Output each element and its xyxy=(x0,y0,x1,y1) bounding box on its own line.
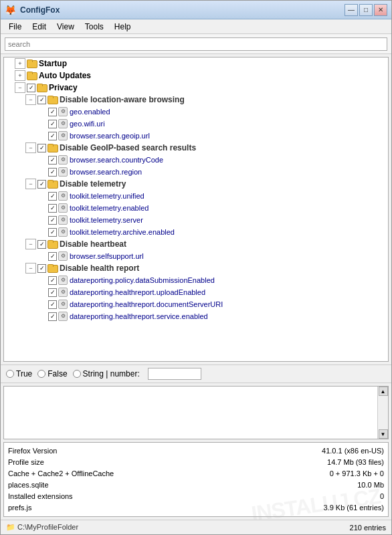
tree-item-dr-upload[interactable]: ⚙ datareporting.healthreport.uploadEnabl… xyxy=(4,286,388,298)
label-region: browser.search.region xyxy=(70,167,142,177)
tree-item-country-code[interactable]: ⚙ browser.search.countryCode xyxy=(4,154,388,166)
tree-item-location[interactable]: − Disable location-aware browsing xyxy=(4,94,388,106)
pref-icon-region: ⚙ xyxy=(58,167,68,177)
menu-view[interactable]: View xyxy=(52,21,80,33)
string-value-input[interactable] xyxy=(148,368,201,380)
tree-panel[interactable]: + Startup + Auto Updates − Privacy xyxy=(3,57,389,362)
info-row-profile: Profile size 14.7 Mb (93 files) xyxy=(8,457,384,468)
checkbox-tel-enabled[interactable] xyxy=(48,204,57,213)
tree-item-tel-unified[interactable]: ⚙ toolkit.telemetry.unified xyxy=(4,190,388,202)
tree-item-dr-docserver[interactable]: ⚙ datareporting.healthreport.documentSer… xyxy=(4,298,388,310)
radio-string[interactable]: String | number: xyxy=(73,369,140,379)
expander-location[interactable]: − xyxy=(25,94,36,105)
checkbox-geo-enabled[interactable] xyxy=(48,108,57,116)
minimize-button[interactable]: — xyxy=(345,4,358,16)
radio-true-circle[interactable] xyxy=(6,370,14,378)
label-dr-service: datareporting.healthreport.service.enabl… xyxy=(70,311,208,322)
radio-false-circle[interactable] xyxy=(37,370,45,378)
tree-item-dr-service[interactable]: ⚙ datareporting.healthreport.service.ena… xyxy=(4,310,388,322)
pref-icon-browser-geoip: ⚙ xyxy=(58,131,68,140)
checkbox-dr-service[interactable] xyxy=(48,312,57,321)
expander-leaf xyxy=(36,106,47,117)
expander-startup[interactable]: + xyxy=(15,58,25,69)
status-path-text: C:\MyProfileFolder xyxy=(17,523,78,531)
tree-item-startup[interactable]: + Startup xyxy=(4,58,388,70)
tree-item-heartbeat[interactable]: − Disable heartbeat xyxy=(4,238,388,250)
value-firefox-version: 41.0.1 (x86 en-US) xyxy=(322,445,384,457)
search-input[interactable] xyxy=(5,37,387,51)
pref-icon-tel-unified: ⚙ xyxy=(58,191,68,201)
label-country-code: browser.search.countryCode xyxy=(70,154,163,165)
checkbox-tel-unified[interactable] xyxy=(48,192,57,201)
tree-item-dr-policy[interactable]: ⚙ datareporting.policy.dataSubmissionEna… xyxy=(4,274,388,286)
tree-item-selfsupport[interactable]: ⚙ browser.selfsupport.url xyxy=(4,250,388,262)
tree-item-privacy[interactable]: − Privacy xyxy=(4,82,388,94)
checkbox-telemetry[interactable] xyxy=(37,180,46,189)
pref-icon-dr-policy: ⚙ xyxy=(58,276,68,285)
tree-item-tel-archive[interactable]: ⚙ toolkit.telemetry.archive.enabled xyxy=(4,226,388,238)
folder-icon-privacy xyxy=(37,83,47,92)
checkbox-dr-docserver[interactable] xyxy=(48,300,57,309)
label-privacy: Privacy xyxy=(49,82,78,93)
checkbox-browser-geoip[interactable] xyxy=(48,132,57,140)
label-extensions: Installed extensions xyxy=(8,491,73,502)
tree-item-autoupdates[interactable]: + Auto Updates xyxy=(4,70,388,82)
checkbox-heartbeat[interactable] xyxy=(37,240,46,249)
tree-item-geoip-search[interactable]: − Disable GeoIP-based search results xyxy=(4,142,388,154)
tree-item-browser-geoip[interactable]: ⚙ browser.search.geoip.url xyxy=(4,130,388,142)
checkbox-country-code[interactable] xyxy=(48,156,57,165)
folder-icon-telemetry xyxy=(47,179,58,189)
pref-icon: ⚙ xyxy=(58,107,68,116)
expander-geoip-search[interactable]: − xyxy=(25,142,36,153)
tree-item-region[interactable]: ⚙ browser.search.region xyxy=(4,166,388,178)
checkbox-tel-server[interactable] xyxy=(48,216,57,225)
tree-item-tel-server[interactable]: ⚙ toolkit.telemetry.server xyxy=(4,214,388,226)
preview-area: ▲ ▼ xyxy=(3,386,389,439)
pref-icon-dr-docserver: ⚙ xyxy=(58,300,68,309)
label-prefs: prefs.js xyxy=(8,502,31,514)
title-bar: 🦊 ConfigFox — □ ✕ xyxy=(1,1,391,19)
scroll-down-button[interactable]: ▼ xyxy=(379,429,388,439)
label-geoip-search: Disable GeoIP-based search results xyxy=(60,142,196,153)
label-dr-docserver: datareporting.healthreport.documentServe… xyxy=(70,299,223,310)
label-tel-enabled: toolkit.telemetry.enabled xyxy=(70,203,149,213)
expander-health-report[interactable]: − xyxy=(25,263,36,274)
tree-item-telemetry[interactable]: − Disable telemetry xyxy=(4,178,388,190)
checkbox-location[interactable] xyxy=(37,96,46,104)
radio-true[interactable]: True xyxy=(6,369,32,379)
label-cache: Cache + Cache2 + OfflineCache xyxy=(8,468,114,479)
menu-tools[interactable]: Tools xyxy=(80,21,109,33)
checkbox-dr-policy[interactable] xyxy=(48,276,57,285)
tree-item-health-report[interactable]: − Disable health report xyxy=(4,262,388,274)
scroll-up-button[interactable]: ▲ xyxy=(379,387,388,396)
maximize-button[interactable]: □ xyxy=(359,4,373,16)
expander-privacy[interactable]: − xyxy=(15,82,25,93)
tree-item-geo-wifi[interactable]: ⚙ geo.wifi.uri xyxy=(4,118,388,130)
tree-item-tel-enabled[interactable]: ⚙ toolkit.telemetry.enabled xyxy=(4,202,388,214)
preview-scrollbar[interactable]: ▲ ▼ xyxy=(377,387,388,439)
folder-icon-heartbeat xyxy=(47,239,58,249)
bottom-panel: True False String | number: ▲ xyxy=(1,364,391,520)
checkbox-dr-upload[interactable] xyxy=(48,288,57,297)
menu-help[interactable]: Help xyxy=(109,21,136,33)
label-profile-size: Profile size xyxy=(8,457,44,468)
checkbox-region[interactable] xyxy=(48,168,57,177)
tree-item-geo-enabled[interactable]: ⚙ geo.enabled xyxy=(4,106,388,118)
checkbox-health-report[interactable] xyxy=(37,264,46,273)
checkbox-privacy[interactable] xyxy=(27,84,35,92)
radio-false[interactable]: False xyxy=(37,369,67,379)
checkbox-geo-wifi[interactable] xyxy=(48,120,57,128)
expander-heartbeat[interactable]: − xyxy=(25,239,36,249)
menu-file[interactable]: File xyxy=(3,21,27,33)
checkbox-geoip-search[interactable] xyxy=(37,144,46,152)
menu-edit[interactable]: Edit xyxy=(27,21,52,33)
expander-telemetry[interactable]: − xyxy=(25,179,36,189)
close-button[interactable]: ✕ xyxy=(374,4,387,16)
main-content: + Startup + Auto Updates − Privacy xyxy=(1,54,391,520)
pref-icon-dr-service: ⚙ xyxy=(58,312,68,321)
radio-string-circle[interactable] xyxy=(73,370,81,378)
expander-autoupdates[interactable]: + xyxy=(15,70,25,81)
checkbox-selfsupport[interactable] xyxy=(48,252,57,261)
checkbox-tel-archive[interactable] xyxy=(48,228,57,237)
pref-icon-tel-archive: ⚙ xyxy=(58,227,68,237)
